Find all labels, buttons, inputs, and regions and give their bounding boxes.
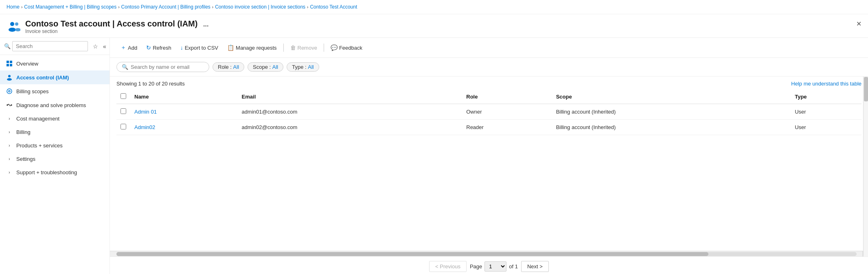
filter-search-input[interactable]	[131, 64, 204, 70]
breadcrumb-invoice-sections[interactable]: Contoso invoice section | Invoice sectio…	[215, 4, 305, 10]
content-area: ＋ Add ↻ Refresh ↓ Export to CSV 📋 Manage…	[110, 38, 868, 274]
sidebar-item-billing[interactable]: › Billing	[0, 125, 110, 139]
page-header-text: Contoso Test account | Access control (I…	[25, 19, 208, 34]
name-column-header[interactable]: Name	[130, 90, 238, 104]
add-icon: ＋	[121, 44, 126, 51]
help-link[interactable]: Help me understand this table	[791, 81, 861, 87]
hscroll-track	[116, 252, 857, 256]
chevron-right-cost-icon: ›	[6, 116, 13, 121]
toolbar-separator-2	[324, 44, 324, 52]
chevron-right-products-icon: ›	[6, 143, 13, 148]
breadcrumb-home[interactable]: Home	[7, 4, 20, 10]
export-label: Export to CSV	[185, 45, 218, 51]
breadcrumb-billing-scopes[interactable]: Cost Management + Billing | Billing scop…	[24, 4, 116, 10]
horizontal-scrollbar[interactable]: ›	[110, 251, 868, 256]
sidebar-item-billing-scopes[interactable]: Billing scopes	[0, 84, 110, 98]
overview-icon	[6, 60, 13, 67]
search-input[interactable]	[12, 41, 88, 51]
select-all-checkbox[interactable]	[121, 93, 126, 99]
page-label: Page	[470, 263, 482, 270]
billing-scopes-icon	[6, 88, 13, 94]
sidebar-item-cost-management[interactable]: › Cost management	[0, 112, 110, 125]
sidebar-item-support[interactable]: › Support + troubleshooting	[0, 166, 110, 179]
role-filter-chip[interactable]: Role : All	[213, 62, 244, 72]
previous-button[interactable]: < Previous	[429, 261, 467, 272]
type-filter-chip[interactable]: Type : All	[287, 62, 319, 72]
sidebar-item-access-control[interactable]: Access control (IAM)	[0, 70, 110, 84]
sidebar-star-button[interactable]: ☆	[91, 42, 100, 50]
row-checkbox-input-1[interactable]	[121, 124, 126, 129]
email-column-header[interactable]: Email	[238, 90, 462, 104]
sidebar-item-label-billing-scopes: Billing scopes	[16, 88, 49, 94]
export-csv-button[interactable]: ↓ Export to CSV	[176, 42, 222, 53]
add-button[interactable]: ＋ Add	[116, 42, 141, 53]
manage-requests-button[interactable]: 📋 Manage requests	[223, 42, 281, 53]
svg-point-12	[7, 105, 8, 105]
sidebar-item-products-services[interactable]: › Products + services	[0, 139, 110, 152]
scope-filter-chip[interactable]: Scope : All	[248, 62, 283, 72]
page-header-icon	[7, 19, 21, 34]
breadcrumb-billing-profiles[interactable]: Contoso Primary Account | Billing profil…	[121, 4, 210, 10]
search-icon: 🔍	[4, 43, 11, 49]
breadcrumb: Home › Cost Management + Billing | Billi…	[0, 0, 868, 14]
svg-point-10	[7, 89, 12, 94]
row-email-1: admin02@contoso.com	[238, 120, 462, 135]
vscroll-thumb[interactable]	[864, 77, 868, 101]
row-checkbox-input-0[interactable]	[121, 108, 126, 114]
vertical-scrollbar[interactable]	[863, 77, 868, 256]
close-button[interactable]: ✕	[856, 20, 861, 28]
sidebar-collapse-button[interactable]: «	[101, 42, 108, 50]
role-filter-label: Role	[218, 64, 229, 70]
sidebar-item-settings[interactable]: › Settings	[0, 152, 110, 166]
scope-filter-sep: :	[268, 64, 272, 70]
refresh-button[interactable]: ↻ Refresh	[142, 42, 175, 53]
header-ellipsis-button[interactable]: ...	[203, 21, 208, 28]
row-scope-0: Billing account (Inherited)	[552, 104, 791, 120]
svg-point-9	[7, 78, 12, 81]
breadcrumb-sep-2: ›	[212, 5, 213, 9]
feedback-label: Feedback	[339, 45, 362, 51]
scope-column-header[interactable]: Scope	[552, 90, 791, 104]
hscroll-thumb[interactable]	[116, 252, 708, 256]
sidebar-item-label-support: Support + troubleshooting	[16, 169, 77, 175]
sidebar: 🔍 ☆ « Overview	[0, 38, 110, 274]
svg-point-1	[9, 28, 16, 32]
feedback-button[interactable]: 💬 Feedback	[327, 42, 366, 53]
breadcrumb-sep-0: ›	[21, 5, 22, 9]
row-role-1: Reader	[462, 120, 552, 135]
sidebar-item-label-cost-management: Cost management	[16, 116, 59, 122]
svg-point-0	[10, 22, 14, 26]
role-column-header[interactable]: Role	[462, 90, 552, 104]
remove-button[interactable]: 🗑 Remove	[286, 42, 321, 53]
row-checkbox-0[interactable]	[116, 104, 130, 120]
type-column-header[interactable]: Type	[791, 90, 861, 104]
chevron-right-billing-icon: ›	[6, 130, 13, 134]
sidebar-item-label-billing: Billing	[16, 129, 31, 135]
breadcrumb-test-account[interactable]: Contoso Test Account	[310, 4, 357, 10]
scope-filter-label: Scope	[253, 64, 268, 70]
next-button[interactable]: Next >	[521, 261, 549, 272]
role-filter-value: All	[233, 64, 239, 70]
table-row: Admin02 admin02@contoso.com Reader Billi…	[116, 120, 861, 135]
svg-point-2	[15, 22, 18, 26]
row-role-0: Owner	[462, 104, 552, 120]
sidebar-item-diagnose[interactable]: Diagnose and solve problems	[0, 98, 110, 112]
svg-rect-5	[10, 61, 12, 63]
refresh-icon: ↻	[146, 44, 151, 51]
row-scope-1: Billing account (Inherited)	[552, 120, 791, 135]
page-select[interactable]: 1	[484, 261, 506, 272]
chevron-right-settings-icon: ›	[6, 157, 13, 161]
row-name-link-0[interactable]: Admin 01	[134, 109, 157, 115]
sidebar-item-overview[interactable]: Overview	[0, 57, 110, 70]
feedback-icon: 💬	[331, 44, 338, 51]
row-name-1: Admin02	[130, 120, 238, 135]
type-filter-label: Type	[292, 64, 303, 70]
row-name-link-1[interactable]: Admin02	[134, 124, 155, 130]
svg-point-8	[8, 75, 11, 77]
row-checkbox-1[interactable]	[116, 120, 130, 135]
role-filter-sep: :	[229, 64, 233, 70]
select-all-header[interactable]	[116, 90, 130, 104]
toolbar-separator-1	[283, 44, 284, 52]
remove-label: Remove	[298, 45, 317, 51]
filter-search-icon: 🔍	[122, 64, 128, 70]
